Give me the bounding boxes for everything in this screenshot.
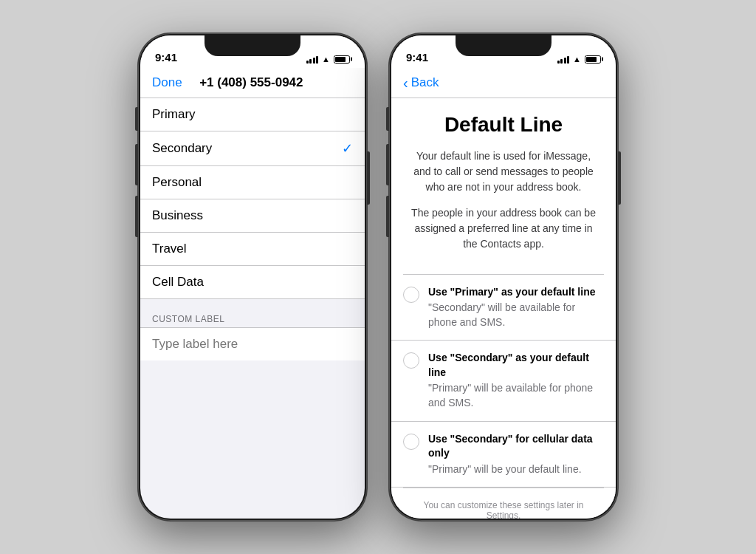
list-item-secondary[interactable]: Secondary ✓ xyxy=(140,131,365,166)
volume-up-button-2 xyxy=(386,144,389,185)
business-label: Business xyxy=(152,208,203,223)
back-label: Back xyxy=(411,75,439,90)
nav-bar-1: Done +1 (408) 555-0942 xyxy=(140,68,365,98)
custom-label-input[interactable] xyxy=(140,328,365,360)
default-line-desc1: Your default line is used for iMessage, … xyxy=(409,148,598,195)
wifi-icon-1: ▲ xyxy=(322,55,330,64)
secondary-label: Secondary xyxy=(152,141,212,156)
phone-2-screen: 9:41 ▲ ‹ Bac xyxy=(391,35,616,519)
wifi-icon-2: ▲ xyxy=(573,55,581,64)
list-item-travel[interactable]: Travel xyxy=(140,233,365,266)
power-button xyxy=(367,151,370,205)
label-list: Primary Secondary ✓ Personal Business Tr… xyxy=(140,98,365,299)
list-item-business[interactable]: Business xyxy=(140,199,365,233)
phone-2: 9:41 ▲ ‹ Bac xyxy=(389,33,618,521)
status-time-2: 9:41 xyxy=(406,51,428,65)
default-line-header: Default Line Your default line is used f… xyxy=(391,98,616,274)
nav-bar-2: ‹ Back xyxy=(391,68,616,98)
radio-text-2: Use "Secondary" as your default line "Pr… xyxy=(428,351,604,410)
mute-button xyxy=(135,107,138,131)
custom-label-input-wrapper xyxy=(140,328,365,360)
checkmark-icon: ✓ xyxy=(342,140,353,157)
custom-label-header: CUSTOM LABEL xyxy=(140,308,365,328)
radio-circle-1 xyxy=(403,287,419,303)
radio-circle-2 xyxy=(403,352,419,369)
notch-1 xyxy=(205,35,300,56)
radio-option-secondary[interactable]: Use "Secondary" as your default line "Pr… xyxy=(391,341,616,421)
radio-option-primary[interactable]: Use "Primary" as your default line "Seco… xyxy=(391,275,616,341)
battery-icon-1 xyxy=(334,55,350,64)
travel-label: Travel xyxy=(152,242,187,256)
radio-subtitle-2: "Primary" will be available for phone an… xyxy=(428,381,604,410)
signal-icon-1 xyxy=(306,55,319,64)
status-time-1: 9:41 xyxy=(155,51,177,65)
chevron-left-icon: ‹ xyxy=(403,75,408,90)
list-item-cell-data[interactable]: Cell Data xyxy=(140,266,365,299)
radio-subtitle-1: "Secondary" will be available for phone … xyxy=(428,301,604,329)
radio-title-1: Use "Primary" as your default line xyxy=(428,285,604,300)
default-line-title: Default Line xyxy=(409,113,598,137)
personal-label: Personal xyxy=(152,175,202,190)
default-line-screen: Default Line Your default line is used f… xyxy=(391,98,616,519)
power-button-2 xyxy=(618,151,621,205)
done-button[interactable]: Done xyxy=(152,75,182,90)
customize-note: You can customize these settings later i… xyxy=(391,488,616,519)
list-item-personal[interactable]: Personal xyxy=(140,166,365,199)
status-icons-1: ▲ xyxy=(306,55,350,65)
back-button[interactable]: ‹ Back xyxy=(403,75,439,90)
phones-container: 9:41 ▲ Done +1 (408) 555- xyxy=(138,33,618,521)
volume-down-button xyxy=(135,196,138,237)
mute-button-2 xyxy=(386,107,389,131)
radio-subtitle-3: "Primary" will be your default line. xyxy=(428,462,604,477)
nav-title-1: +1 (408) 555-0942 xyxy=(199,75,303,90)
notch-2 xyxy=(456,35,551,56)
section-gap xyxy=(140,299,365,308)
volume-down-button-2 xyxy=(386,196,389,237)
radio-option-cellular[interactable]: Use "Secondary" for cellular data only "… xyxy=(391,422,616,488)
list-item-primary[interactable]: Primary xyxy=(140,98,365,131)
battery-icon-2 xyxy=(585,55,601,64)
radio-text-3: Use "Secondary" for cellular data only "… xyxy=(428,432,604,477)
status-icons-2: ▲ xyxy=(557,55,601,65)
primary-label: Primary xyxy=(152,107,196,122)
signal-icon-2 xyxy=(557,55,570,64)
radio-title-3: Use "Secondary" for cellular data only xyxy=(428,432,604,461)
radio-circle-3 xyxy=(403,434,419,450)
phone-1-screen: 9:41 ▲ Done +1 (408) 555- xyxy=(140,35,365,519)
radio-title-2: Use "Secondary" as your default line xyxy=(428,351,604,380)
default-line-desc2: The people in your address book can be a… xyxy=(409,205,598,252)
phone-1: 9:41 ▲ Done +1 (408) 555- xyxy=(138,33,367,521)
volume-up-button xyxy=(135,144,138,185)
radio-text-1: Use "Primary" as your default line "Seco… xyxy=(428,285,604,330)
cell-data-label: Cell Data xyxy=(152,275,204,290)
